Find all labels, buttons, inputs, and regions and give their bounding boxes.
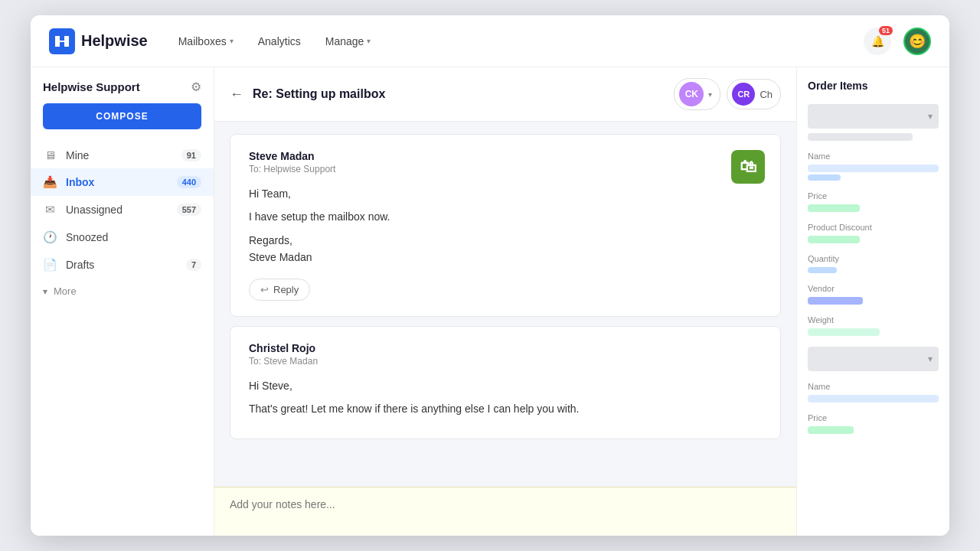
panel-field-weight: Weight (808, 315, 939, 336)
notification-badge: 51 (879, 26, 893, 35)
sidebar-header: Helpwise Support ⚙ (31, 80, 214, 103)
panel-field-price-2: Price (808, 413, 939, 434)
bell-icon: 🔔 (871, 35, 884, 47)
panel-bar-name-1a (808, 165, 939, 172)
panel-field-quantity: Quantity (808, 254, 939, 273)
sidebar-item-mine[interactable]: 🖥 Mine 91 (31, 142, 214, 168)
app-window: Helpwise Mailboxes ▾ Analytics Manage ▾ … (31, 15, 949, 536)
message-sender-1: Steve Madan (249, 150, 762, 162)
logo-icon (49, 28, 75, 54)
analytics-nav[interactable]: Analytics (258, 35, 301, 47)
shopify-icon: 🛍 (740, 157, 756, 177)
panel-bar-name-2 (808, 395, 939, 403)
gear-icon[interactable]: ⚙ (191, 80, 201, 94)
sidebar-snoozed-label: Snoozed (66, 231, 201, 243)
sidebar-unassigned-label: Unassigned (66, 204, 168, 216)
panel-label-price-2: Price (808, 413, 939, 422)
top-navigation: Helpwise Mailboxes ▾ Analytics Manage ▾ … (31, 15, 949, 67)
panel-skeleton-line-1 (808, 133, 913, 141)
sidebar-item-unassigned[interactable]: ✉ Unassigned 557 (31, 196, 214, 223)
message-sender-2: Christel Rojo (249, 342, 762, 354)
nav-links: Mailboxes ▾ Analytics Manage ▾ (178, 35, 864, 47)
avatar-icon: 😊 (909, 33, 926, 50)
panel-bar-vendor (808, 297, 863, 305)
message-card-2: Christel Rojo To: Steve Madan Hi Steve, … (230, 326, 781, 440)
panel-label-vendor: Vendor (808, 284, 939, 293)
message-body-2: Hi Steve, That's great! Let me know if t… (249, 377, 762, 418)
panel-select-2[interactable] (808, 347, 939, 371)
right-panel: Order Items Name Price Product Discount (796, 67, 949, 536)
panel-field-discount: Product Discount (808, 223, 939, 243)
panel-field-vendor: Vendor (808, 284, 939, 305)
panel-label-price-1: Price (808, 191, 939, 201)
mailboxes-nav[interactable]: Mailboxes ▾ (178, 35, 234, 47)
mailboxes-chevron-icon: ▾ (230, 37, 234, 45)
logo: Helpwise (49, 28, 148, 54)
panel-label-quantity: Quantity (808, 254, 939, 263)
back-button[interactable]: ← (230, 86, 243, 103)
sidebar-more[interactable]: ▾ More (31, 279, 214, 304)
sidebar-item-inbox[interactable]: 📥 Inbox 440 (31, 168, 214, 196)
message-body-1: Hi Team, I have setup the mailbox now. R… (249, 185, 762, 266)
sidebar-unassigned-badge: 557 (177, 204, 201, 216)
shopify-widget[interactable]: 🛍 (731, 150, 765, 184)
panel-label-name-1: Name (808, 152, 939, 161)
panel-field-price-1: Price (808, 191, 939, 212)
assignee-initials: CK (685, 89, 698, 99)
panel-select-1[interactable] (808, 104, 939, 129)
message-card-1: Steve Madan To: Helpwise Support Hi Team… (230, 134, 781, 317)
sidebar-more-label: More (54, 285, 77, 297)
analytics-label: Analytics (258, 35, 301, 47)
inbox-icon: 📥 (43, 175, 57, 189)
reply-arrow-icon: ↩ (260, 284, 269, 295)
messages-container: Steve Madan To: Helpwise Support Hi Team… (214, 122, 796, 487)
sidebar-drafts-badge: 7 (186, 259, 201, 271)
assignee-group: CK ▾ CR Ch (674, 78, 781, 110)
panel-bar-name-1b (808, 174, 841, 181)
panel-bar-price-1 (808, 204, 860, 212)
compose-button[interactable]: COMPOSE (43, 103, 201, 129)
assignee-avatar: CK (679, 82, 704, 106)
sidebar-item-drafts[interactable]: 📄 Drafts 7 (31, 251, 214, 279)
reply-actions-1: ↩ Reply (249, 279, 762, 301)
conversation-header: ← Re: Setting up mailbox CK ▾ CR Ch (214, 67, 796, 122)
clock-icon: 🕐 (43, 230, 57, 244)
mailboxes-label: Mailboxes (178, 35, 227, 47)
draft-icon: 📄 (43, 258, 57, 272)
panel-title: Order Items (808, 80, 939, 92)
sidebar-mine-badge: 91 (181, 149, 201, 161)
sidebar-inbox-label: Inbox (66, 176, 168, 188)
panel-bar-price-2 (808, 426, 854, 434)
manage-nav[interactable]: Manage ▾ (325, 35, 371, 47)
sidebar-mine-label: Mine (66, 149, 172, 161)
panel-field-name-2: Name (808, 382, 939, 403)
assignee-dropdown[interactable]: CK ▾ (674, 78, 720, 110)
panel-bar-weight (808, 328, 880, 336)
chat-assignee-dropdown[interactable]: CR Ch (727, 79, 781, 109)
assignee-chevron-icon: ▾ (708, 90, 712, 99)
sidebar-drafts-label: Drafts (66, 259, 177, 271)
sidebar: Helpwise Support ⚙ COMPOSE 🖥 Mine 91 📥 I… (31, 67, 214, 536)
reply-button-label: Reply (273, 284, 299, 295)
reply-button-1[interactable]: ↩ Reply (249, 279, 310, 301)
panel-label-discount: Product Discount (808, 223, 939, 232)
chat-initials: CR (737, 90, 750, 99)
logo-text: Helpwise (81, 32, 148, 50)
notes-input[interactable] (230, 498, 781, 523)
chat-label: Ch (760, 89, 773, 100)
topnav-right: 🔔 51 😊 (864, 28, 931, 55)
manage-chevron-icon: ▾ (367, 37, 371, 45)
sidebar-title: Helpwise Support (43, 80, 140, 93)
sidebar-item-snoozed[interactable]: 🕐 Snoozed (31, 223, 214, 251)
chevron-down-icon: ▾ (43, 286, 47, 297)
sidebar-nav: 🖥 Mine 91 📥 Inbox 440 ✉ Unassigned 557 🕐… (31, 142, 214, 304)
message-to-1: To: Helpwise Support (249, 164, 762, 174)
content-area: ← Re: Setting up mailbox CK ▾ CR Ch (214, 67, 796, 536)
conversation-title: Re: Setting up mailbox (253, 87, 665, 101)
panel-field-name-1: Name (808, 152, 939, 181)
user-avatar[interactable]: 😊 (903, 28, 931, 55)
main-layout: Helpwise Support ⚙ COMPOSE 🖥 Mine 91 📥 I… (31, 67, 949, 536)
panel-label-name-2: Name (808, 382, 939, 391)
notification-button[interactable]: 🔔 51 (864, 28, 891, 55)
sidebar-inbox-badge: 440 (177, 176, 201, 188)
